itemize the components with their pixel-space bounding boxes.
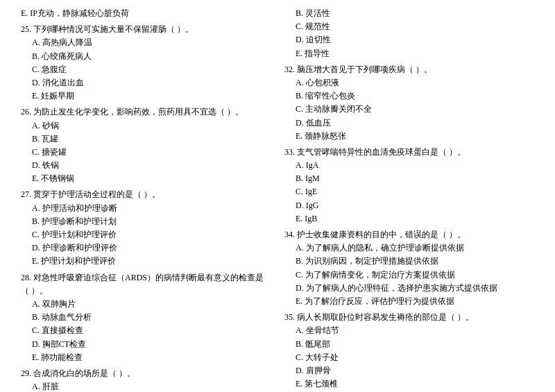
q29-title: 29. 合成消化白的场所是（ ）。 bbox=[21, 367, 271, 380]
list-item: A. 高热病人降温 bbox=[32, 36, 271, 49]
list-item: D. 护理诊断和护理评价 bbox=[32, 241, 271, 255]
q-e-prev-title: E. IP充动，静脉减轻心脏负荷 bbox=[21, 7, 271, 20]
list-item: A. 肝脏 bbox=[32, 380, 271, 392]
list-item: D. IgG bbox=[296, 199, 534, 212]
list-item: C. 急腹症 bbox=[32, 63, 271, 76]
q29-block: 29. 合成消化白的场所是（ ）。 A. 肝脏 B. 胆道 C. 脾脏 D. 胰… bbox=[21, 367, 271, 392]
list-item: C. 大转子处 bbox=[296, 351, 534, 364]
q28-block: 28. 对急性呼吸窘迫综合征（ARDS）的病情判断最有意义的检查是（ ）。 A.… bbox=[21, 271, 271, 364]
list-item: A. 心包积液 bbox=[296, 76, 534, 90]
q26-options: A. 砂锅 B. 瓦罐 C. 搪瓷罐 D. 铁锅 E. 不锈钢锅 bbox=[21, 119, 271, 186]
q34-block: 34. 护士收集健康资料的目的中，错误的是（ ）。 A. 为了解病人的隐私，确立… bbox=[284, 228, 534, 308]
list-item: C. 直接摄检查 bbox=[32, 324, 271, 337]
list-item: C. 护理计划和护理评价 bbox=[32, 228, 271, 241]
q27-title: 27. 贯穿于护理活动全过程的是（ ）。 bbox=[21, 188, 271, 201]
q28-title: 28. 对急性呼吸窘迫综合征（ARDS）的病情判断最有意义的检查是（ ）。 bbox=[21, 271, 271, 298]
q29-options: A. 肝脏 B. 胆道 C. 脾脏 D. 胰腺 E. 胃壁 bbox=[21, 380, 271, 392]
list-item: C. 主动脉瓣关闭不全 bbox=[296, 103, 534, 116]
q32-options: A. 心包积液 B. 缩窄性心包炎 C. 主动脉瓣关闭不全 D. 低血压 E. … bbox=[284, 76, 534, 143]
list-item: E. 肺功能检查 bbox=[32, 351, 271, 364]
q28-options: A. 双肺胸片 B. 动脉血气分析 C. 直接摄检查 D. 胸部CT检查 E. … bbox=[21, 298, 271, 364]
list-item: A. 坐骨结节 bbox=[296, 324, 534, 337]
q32-title: 32. 脑压增大首见于下列哪项疾病（ ）。 bbox=[284, 63, 534, 76]
list-item: C. 规范性 bbox=[296, 20, 534, 33]
list-item: A. 砂锅 bbox=[32, 119, 271, 133]
list-item: D. 胸部CT检查 bbox=[32, 338, 271, 351]
list-item: B. IgM bbox=[296, 172, 534, 185]
q31-cont-options: B. 灵活性 C. 规范性 D. 迫切性 E. 指导性 bbox=[284, 7, 534, 60]
list-item: B. 骶尾部 bbox=[296, 338, 534, 351]
right-column: B. 灵活性 C. 规范性 D. 迫切性 E. 指导性 32. 脑压增大首见于下… bbox=[284, 7, 534, 392]
list-item: E. 护理计划和护理评价 bbox=[32, 255, 271, 268]
list-item: D. 迫切性 bbox=[296, 33, 534, 46]
list-item: E. IgB bbox=[296, 212, 534, 225]
list-item: C. IgE bbox=[296, 185, 534, 198]
list-item: D. 为了解病人的心理特征，选择护患实施方式提供依据 bbox=[296, 282, 534, 295]
q34-title: 34. 护士收集健康资料的目的中，错误的是（ ）。 bbox=[284, 228, 534, 241]
q35-block: 35. 病人长期取卧位时容易发生褥疮的部位是（ ）。 A. 坐骨结节 B. 骶尾… bbox=[284, 311, 534, 391]
list-item: B. 护理诊断和护理计划 bbox=[32, 215, 271, 228]
list-item: E. 为了解治疗反应，评估护理行为提供依据 bbox=[296, 295, 534, 308]
list-item: A. 护理活动和护理诊断 bbox=[32, 202, 271, 215]
list-item: D. 肩胛骨 bbox=[296, 364, 534, 377]
list-item: B. 缩窄性心包炎 bbox=[296, 90, 534, 103]
q26-block: 26. 为防止发生化学变化，影响药效，煎药用具不宜选（ ）。 A. 砂锅 B. … bbox=[21, 105, 271, 185]
q25-block: 25. 下列哪种情况可实施大量不保留灌肠（ ）。 A. 高热病人降温 B. 心绞… bbox=[21, 23, 271, 103]
q34-options: A. 为了解病人的隐私，确立护理诊断提供依据 B. 为识别病因，制定护理措施提供… bbox=[284, 241, 534, 308]
q27-block: 27. 贯穿于护理活动全过程的是（ ）。 A. 护理活动和护理诊断 B. 护理诊… bbox=[21, 188, 271, 268]
list-item: E. 指导性 bbox=[296, 47, 534, 60]
list-item: E. 妊娠早期 bbox=[32, 90, 271, 103]
q-e-prev: E. IP充动，静脉减轻心脏负荷 bbox=[21, 7, 271, 20]
q33-block: 33. 支气管哮喘特异性的血清免疫球蛋白是（ ）。 A. IgA B. IgM … bbox=[284, 146, 534, 225]
list-item: C. 为了解病情变化，制定治疗方案提供依据 bbox=[296, 269, 534, 282]
q33-options: A. IgA B. IgM C. IgE D. IgG E. IgB bbox=[284, 159, 534, 225]
q33-title: 33. 支气管哮喘特异性的血清免疫球蛋白是（ ）。 bbox=[284, 146, 534, 159]
list-item: B. 动脉血气分析 bbox=[32, 311, 271, 324]
left-column: E. IP充动，静脉减轻心脏负荷 25. 下列哪种情况可实施大量不保留灌肠（ ）… bbox=[21, 7, 271, 392]
q25-options: A. 高热病人降温 B. 心绞痛死病人 C. 急腹症 D. 消化道出血 E. 妊… bbox=[21, 36, 271, 103]
list-item: A. IgA bbox=[296, 159, 534, 172]
q32-block: 32. 脑压增大首见于下列哪项疾病（ ）。 A. 心包积液 B. 缩窄性心包炎 … bbox=[284, 63, 534, 143]
q25-title: 25. 下列哪种情况可实施大量不保留灌肠（ ）。 bbox=[21, 23, 271, 36]
list-item: B. 灵活性 bbox=[296, 7, 534, 20]
list-item: D. 消化道出血 bbox=[32, 76, 271, 90]
q35-title: 35. 病人长期取卧位时容易发生褥疮的部位是（ ）。 bbox=[284, 311, 534, 324]
main-content: E. IP充动，静脉减轻心脏负荷 25. 下列哪种情况可实施大量不保留灌肠（ ）… bbox=[21, 7, 534, 392]
list-item: D. 铁锅 bbox=[32, 159, 271, 172]
list-item: B. 为识别病因，制定护理措施提供依据 bbox=[296, 255, 534, 268]
q27-options: A. 护理活动和护理诊断 B. 护理诊断和护理计划 C. 护理计划和护理评价 D… bbox=[21, 202, 271, 269]
list-item: A. 双肺胸片 bbox=[32, 298, 271, 311]
q35-options: A. 坐骨结节 B. 骶尾部 C. 大转子处 D. 肩胛骨 E. 第七颈椎 bbox=[284, 324, 534, 391]
list-item: E. 第七颈椎 bbox=[296, 377, 534, 391]
list-item: E. 颈静脉怒张 bbox=[296, 130, 534, 143]
list-item: C. 搪瓷罐 bbox=[32, 146, 271, 159]
q26-title: 26. 为防止发生化学变化，影响药效，煎药用具不宜选（ ）。 bbox=[21, 105, 271, 119]
q31-cont-block: B. 灵活性 C. 规范性 D. 迫切性 E. 指导性 bbox=[284, 7, 534, 60]
list-item: B. 瓦罐 bbox=[32, 133, 271, 146]
list-item: B. 心绞痛死病人 bbox=[32, 50, 271, 63]
list-item: E. 不锈钢锅 bbox=[32, 172, 271, 185]
list-item: D. 低血压 bbox=[296, 117, 534, 130]
list-item: A. 为了解病人的隐私，确立护理诊断提供依据 bbox=[296, 241, 534, 255]
